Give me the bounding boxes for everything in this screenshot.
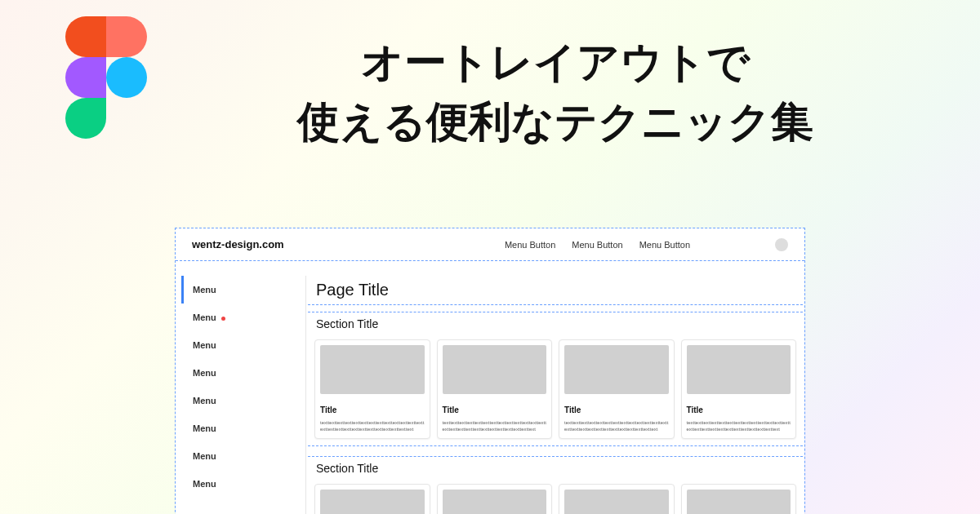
- card-row: Title texttexttexttexttexttexttexttextte…: [308, 335, 803, 445]
- card-image-placeholder: [443, 345, 547, 394]
- page-title: Page Title: [308, 276, 803, 305]
- card-text: texttexttexttexttexttexttexttexttexttext…: [443, 419, 547, 433]
- mockup-body: Menu Menu Menu Menu Menu Menu Menu Menu …: [176, 261, 804, 514]
- sidebar-item-label: Menu: [193, 340, 216, 350]
- avatar[interactable]: [775, 238, 788, 251]
- sidebar-item-label: Menu: [193, 312, 216, 322]
- content-card[interactable]: Title texttexttexttexttexttexttexttextte…: [314, 339, 430, 439]
- menu-button[interactable]: Menu Button: [639, 240, 690, 250]
- card-image-placeholder: [687, 345, 791, 394]
- card-image-placeholder: [443, 490, 547, 514]
- card-title: Title: [687, 405, 791, 414]
- sidebar-item-menu[interactable]: Menu: [181, 276, 305, 304]
- card-text: texttexttexttexttexttexttexttexttexttext…: [320, 419, 425, 433]
- sidebar: Menu Menu Menu Menu Menu Menu Menu Menu: [181, 276, 306, 514]
- content-card[interactable]: Title texttexttexttexttexttexttexttextte…: [437, 339, 553, 439]
- main-content: Page Title Section Title Title texttextt…: [306, 276, 804, 514]
- header-menu-buttons: Menu Button Menu Button Menu Button: [505, 240, 788, 250]
- sidebar-item-menu[interactable]: Menu: [181, 359, 305, 387]
- sidebar-item-label: Menu: [193, 479, 216, 489]
- card-text: texttexttexttexttexttexttexttexttexttext…: [687, 419, 791, 433]
- card-text: texttexttexttexttexttexttexttexttexttext…: [564, 419, 669, 433]
- svg-point-0: [106, 57, 147, 98]
- sidebar-item-label: Menu: [193, 396, 216, 405]
- card-title: Title: [443, 405, 547, 414]
- content-card[interactable]: [314, 484, 430, 514]
- sidebar-item-menu[interactable]: Menu: [181, 331, 305, 359]
- content-card[interactable]: [681, 484, 797, 514]
- card-row: [308, 480, 803, 514]
- card-image-placeholder: [320, 490, 425, 514]
- sidebar-item-menu[interactable]: Menu: [181, 387, 305, 414]
- sidebar-item-label: Menu: [193, 368, 216, 378]
- card-image-placeholder: [564, 490, 669, 514]
- menu-button[interactable]: Menu Button: [572, 240, 622, 250]
- mockup-header: wentz-design.com Menu Button Menu Button…: [176, 228, 804, 261]
- notification-dot-icon: [221, 317, 225, 321]
- section-block: Section Title Title texttexttexttexttext…: [308, 312, 803, 446]
- headline-line-1: オートレイアウトで: [361, 38, 750, 86]
- content-card[interactable]: [437, 484, 553, 514]
- headline-line-2: 使える便利なテクニック集: [297, 98, 813, 145]
- sidebar-item-menu[interactable]: Menu: [181, 442, 305, 470]
- section-block: Section Title: [308, 456, 803, 514]
- content-card[interactable]: [559, 484, 675, 514]
- card-image-placeholder: [687, 490, 791, 514]
- headline: オートレイアウトで 使える便利なテクニック集: [163, 33, 947, 152]
- card-title: Title: [320, 405, 425, 414]
- sidebar-item-label: Menu: [193, 285, 216, 295]
- sidebar-item-menu[interactable]: Menu: [181, 414, 305, 442]
- figma-logo-icon: [65, 16, 147, 139]
- sidebar-item-label: Menu: [193, 423, 216, 433]
- menu-button[interactable]: Menu Button: [505, 240, 555, 250]
- site-logo-text[interactable]: wentz-design.com: [192, 238, 284, 250]
- section-title: Section Title: [308, 312, 803, 335]
- content-card[interactable]: Title texttexttexttexttexttexttexttextte…: [559, 339, 675, 439]
- mockup-frame: wentz-design.com Menu Button Menu Button…: [176, 228, 804, 514]
- card-image-placeholder: [564, 345, 669, 394]
- card-image-placeholder: [320, 345, 425, 394]
- sidebar-item-menu[interactable]: Menu: [181, 470, 305, 498]
- section-title: Section Title: [308, 457, 803, 480]
- sidebar-item-menu[interactable]: Menu: [181, 304, 305, 331]
- sidebar-item-label: Menu: [193, 451, 216, 461]
- content-card[interactable]: Title texttexttexttexttexttexttexttextte…: [681, 339, 797, 439]
- card-title: Title: [564, 405, 669, 414]
